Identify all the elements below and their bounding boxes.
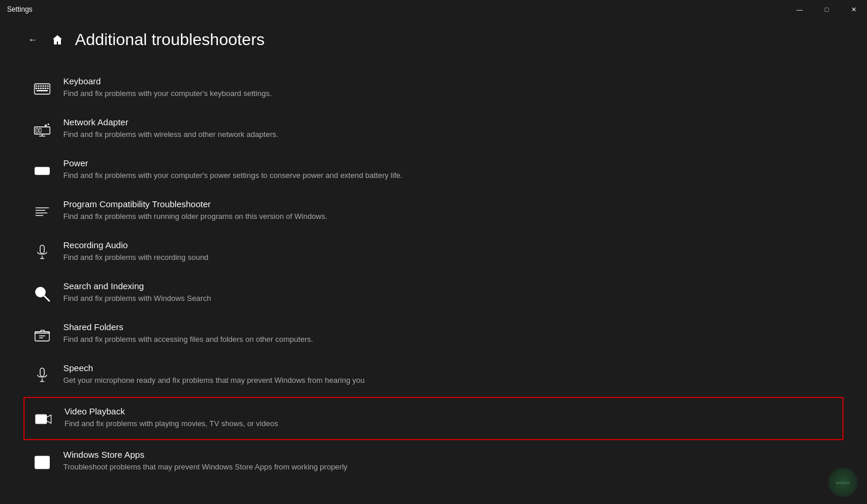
svg-marker-42: [46, 415, 51, 423]
window-title: Settings: [7, 5, 32, 13]
svg-rect-11: [45, 88, 46, 89]
titlebar: Settings — □ ✕: [0, 0, 867, 19]
troubleshooter-item-program[interactable]: Program Compatibility Troubleshooter Fin…: [23, 191, 844, 232]
svg-rect-2: [38, 85, 40, 87]
close-button[interactable]: ✕: [840, 0, 867, 19]
svg-rect-13: [36, 90, 47, 91]
settings-window: Settings — □ ✕ ← Additional troubleshoot…: [0, 0, 867, 504]
svg-rect-38: [40, 368, 45, 376]
power-text: Power Find and fix problems with your co…: [63, 158, 837, 181]
troubleshooter-item-store[interactable]: Windows Store Apps Troubleshoot problems…: [23, 441, 844, 482]
keyboard-description: Find and fix problems with your computer…: [63, 88, 837, 99]
video-description: Find and fix problems with playing movie…: [64, 419, 835, 429]
svg-rect-9: [40, 88, 42, 89]
video-title: Video Playback: [64, 406, 835, 416]
audio-title: Recording Audio: [63, 240, 837, 250]
svg-rect-41: [36, 414, 47, 424]
svg-rect-21: [35, 167, 50, 174]
svg-rect-3: [40, 85, 42, 87]
speech-title: Speech: [63, 363, 837, 373]
speech-icon: [30, 364, 54, 388]
svg-rect-23: [37, 170, 42, 172]
watermark: wsкun: [828, 468, 858, 497]
store-icon: [30, 451, 54, 474]
svg-rect-30: [40, 245, 45, 253]
minimize-button[interactable]: —: [786, 0, 813, 19]
svg-rect-8: [38, 88, 40, 89]
search-icon: [30, 282, 54, 306]
shared-folders-description: Find and fix problems with accessing fil…: [63, 334, 837, 345]
speech-text: Speech Get your microphone ready and fix…: [63, 363, 837, 386]
search-description: Find and fix problems with Windows Searc…: [63, 293, 837, 304]
shared-folders-text: Shared Folders Find and fix problems wit…: [63, 322, 837, 345]
svg-rect-15: [36, 128, 39, 132]
window-controls: — □ ✕: [786, 0, 867, 19]
keyboard-text: Keyboard Find and fix problems with your…: [63, 76, 837, 99]
svg-rect-4: [42, 85, 44, 87]
content-area: ← Additional troubleshooters: [0, 19, 867, 504]
program-icon: [30, 200, 54, 224]
svg-rect-10: [42, 88, 44, 89]
video-text: Video Playback Find and fix problems wit…: [64, 406, 835, 429]
back-arrow-icon: ←: [28, 35, 37, 45]
program-description: Find and fix problems with running older…: [63, 211, 837, 222]
back-button[interactable]: ←: [23, 30, 42, 49]
svg-rect-12: [47, 88, 49, 89]
svg-rect-14: [35, 127, 50, 134]
power-title: Power: [63, 158, 837, 168]
power-icon: [30, 159, 54, 183]
speech-description: Get your microphone ready and fix proble…: [63, 375, 837, 386]
troubleshooter-item-shared-folders[interactable]: Shared Folders Find and fix problems wit…: [23, 314, 844, 355]
svg-rect-16: [39, 128, 42, 132]
shared-folders-title: Shared Folders: [63, 322, 837, 332]
search-title: Search and Indexing: [63, 281, 837, 291]
store-title: Windows Store Apps: [63, 450, 837, 460]
page-header: ← Additional troubleshooters: [23, 30, 844, 49]
svg-point-20: [47, 124, 49, 125]
home-icon-area: [52, 34, 70, 46]
keyboard-title: Keyboard: [63, 76, 837, 86]
svg-rect-7: [36, 88, 37, 89]
network-description: Find and fix problems with wireless and …: [63, 129, 837, 140]
svg-rect-6: [47, 85, 49, 87]
program-title: Program Compatibility Troubleshooter: [63, 199, 837, 209]
svg-point-19: [45, 124, 47, 126]
audio-description: Find and fix problems with recording sou…: [63, 252, 837, 263]
troubleshooter-item-search[interactable]: Search and Indexing Find and fix problem…: [23, 273, 844, 314]
search-text: Search and Indexing Find and fix problem…: [63, 281, 837, 304]
home-icon: [52, 34, 63, 46]
keyboard-icon: [30, 77, 54, 101]
svg-rect-5: [45, 85, 46, 87]
maximize-button[interactable]: □: [813, 0, 840, 19]
troubleshooter-list: Keyboard Find and fix problems with your…: [23, 68, 844, 482]
network-icon: [30, 118, 54, 142]
page-title: Additional troubleshooters: [75, 30, 265, 49]
video-icon: [32, 407, 55, 431]
microphone-icon: [30, 241, 54, 265]
network-text: Network Adapter Find and fix problems wi…: [63, 117, 837, 140]
store-text: Windows Store Apps Troubleshoot problems…: [63, 450, 837, 472]
store-description: Troubleshoot problems that may prevent W…: [63, 462, 837, 472]
troubleshooter-item-speech[interactable]: Speech Get your microphone ready and fix…: [23, 355, 844, 396]
audio-text: Recording Audio Find and fix problems wi…: [63, 240, 837, 263]
main-content: ← Additional troubleshooters: [23, 30, 844, 492]
program-text: Program Compatibility Troubleshooter Fin…: [63, 199, 837, 222]
svg-rect-1: [36, 85, 37, 87]
troubleshooter-item-audio[interactable]: Recording Audio Find and fix problems wi…: [23, 232, 844, 273]
troubleshooter-item-network[interactable]: Network Adapter Find and fix problems wi…: [23, 109, 844, 150]
svg-line-34: [44, 296, 49, 301]
troubleshooter-item-power[interactable]: Power Find and fix problems with your co…: [23, 150, 844, 191]
power-description: Find and fix problems with your computer…: [63, 170, 837, 181]
network-title: Network Adapter: [63, 117, 837, 127]
troubleshooter-item-keyboard[interactable]: Keyboard Find and fix problems with your…: [23, 68, 844, 109]
shared-folders-icon: [30, 323, 54, 347]
troubleshooter-item-video[interactable]: Video Playback Find and fix problems wit…: [23, 397, 844, 440]
